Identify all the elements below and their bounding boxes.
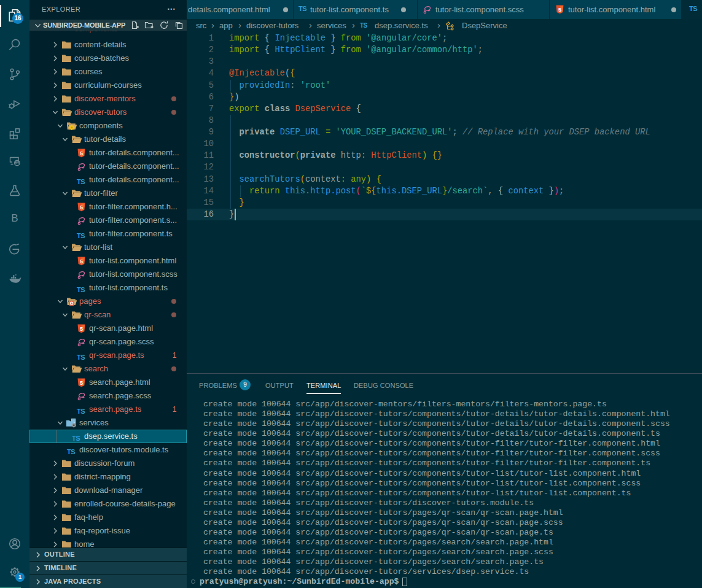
svg-text:5: 5	[80, 150, 83, 157]
svg-text:5: 5	[80, 380, 83, 386]
svg-text:5: 5	[80, 204, 83, 211]
svg-text:5: 5	[80, 258, 83, 265]
svg-text:5: 5	[558, 7, 561, 13]
svg-text:5: 5	[80, 326, 83, 332]
